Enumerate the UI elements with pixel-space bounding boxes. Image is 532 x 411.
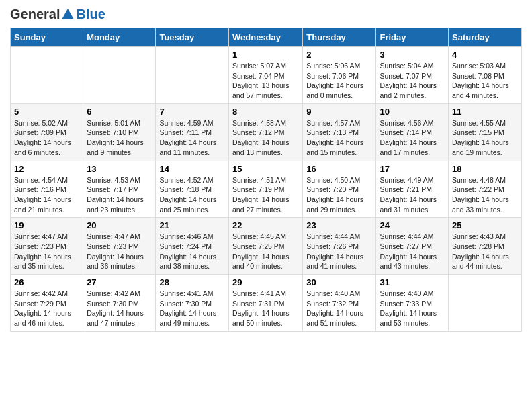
- logo-icon: [60, 7, 75, 22]
- day-info: Sunrise: 4:55 AM Sunset: 7:15 PM Dayligh…: [452, 118, 518, 158]
- day-info: Sunrise: 4:46 AM Sunset: 7:24 PM Dayligh…: [159, 232, 225, 271]
- calendar-cell: 4Sunrise: 5:03 AM Sunset: 7:08 PM Daylig…: [449, 47, 522, 104]
- calendar-cell: 16Sunrise: 4:50 AM Sunset: 7:20 PM Dayli…: [303, 161, 376, 218]
- logo-general: General: [10, 7, 60, 22]
- logo: General Blue: [10, 7, 105, 22]
- day-info: Sunrise: 5:01 AM Sunset: 7:10 PM Dayligh…: [87, 118, 152, 158]
- calendar-cell: 14Sunrise: 4:52 AM Sunset: 7:18 PM Dayli…: [156, 161, 229, 218]
- day-number: 12: [14, 164, 79, 174]
- day-number: 24: [380, 220, 445, 230]
- calendar-cell: 24Sunrise: 4:44 AM Sunset: 7:27 PM Dayli…: [376, 218, 449, 275]
- calendar-cell: 22Sunrise: 4:45 AM Sunset: 7:25 PM Dayli…: [228, 218, 302, 275]
- day-info: Sunrise: 5:03 AM Sunset: 7:08 PM Dayligh…: [452, 61, 518, 101]
- day-number: 4: [452, 50, 518, 60]
- day-info: Sunrise: 4:54 AM Sunset: 7:16 PM Dayligh…: [14, 175, 79, 215]
- day-info: Sunrise: 5:02 AM Sunset: 7:09 PM Dayligh…: [14, 118, 79, 158]
- calendar-cell: 31Sunrise: 4:40 AM Sunset: 7:33 PM Dayli…: [376, 275, 449, 332]
- day-number: 9: [306, 107, 372, 117]
- day-info: Sunrise: 4:41 AM Sunset: 7:31 PM Dayligh…: [232, 289, 299, 328]
- day-number: 27: [87, 277, 152, 287]
- calendar-cell: 12Sunrise: 4:54 AM Sunset: 7:16 PM Dayli…: [11, 161, 83, 218]
- calendar-cell: 20Sunrise: 4:47 AM Sunset: 7:23 PM Dayli…: [83, 218, 156, 275]
- logo-blue: Blue: [76, 7, 105, 21]
- calendar-cell: 9Sunrise: 4:57 AM Sunset: 7:13 PM Daylig…: [303, 103, 376, 161]
- day-info: Sunrise: 4:47 AM Sunset: 7:23 PM Dayligh…: [87, 232, 152, 271]
- calendar-cell: 8Sunrise: 4:58 AM Sunset: 7:12 PM Daylig…: [228, 103, 302, 161]
- calendar-cell: 29Sunrise: 4:41 AM Sunset: 7:31 PM Dayli…: [228, 275, 302, 332]
- calendar-cell: 25Sunrise: 4:43 AM Sunset: 7:28 PM Dayli…: [449, 218, 522, 275]
- week-row-3: 12Sunrise: 4:54 AM Sunset: 7:16 PM Dayli…: [11, 161, 522, 218]
- calendar-cell: [156, 47, 229, 104]
- day-header-row: SundayMondayTuesdayWednesdayThursdayFrid…: [11, 28, 522, 47]
- day-number: 8: [232, 107, 299, 117]
- day-of-week-tuesday: Tuesday: [156, 28, 229, 47]
- day-number: 22: [232, 220, 299, 230]
- calendar-cell: 10Sunrise: 4:56 AM Sunset: 7:14 PM Dayli…: [376, 103, 449, 161]
- calendar-cell: 13Sunrise: 4:53 AM Sunset: 7:17 PM Dayli…: [83, 161, 156, 218]
- calendar-cell: 28Sunrise: 4:41 AM Sunset: 7:30 PM Dayli…: [156, 275, 229, 332]
- day-info: Sunrise: 4:56 AM Sunset: 7:14 PM Dayligh…: [380, 118, 445, 158]
- day-number: 13: [87, 164, 152, 174]
- day-info: Sunrise: 4:58 AM Sunset: 7:12 PM Dayligh…: [232, 118, 299, 158]
- day-info: Sunrise: 4:51 AM Sunset: 7:19 PM Dayligh…: [232, 175, 299, 215]
- day-of-week-monday: Monday: [83, 28, 156, 47]
- day-of-week-friday: Friday: [376, 28, 449, 47]
- day-info: Sunrise: 5:04 AM Sunset: 7:07 PM Dayligh…: [380, 61, 445, 101]
- calendar-cell: [83, 47, 156, 104]
- day-number: 2: [306, 50, 372, 60]
- calendar-cell: 15Sunrise: 4:51 AM Sunset: 7:19 PM Dayli…: [228, 161, 302, 218]
- day-number: 11: [452, 107, 518, 117]
- day-number: 17: [380, 164, 445, 174]
- day-info: Sunrise: 4:45 AM Sunset: 7:25 PM Dayligh…: [232, 232, 299, 271]
- day-number: 30: [306, 277, 372, 287]
- svg-marker-0: [62, 9, 74, 19]
- day-number: 28: [159, 277, 225, 287]
- day-info: Sunrise: 4:49 AM Sunset: 7:21 PM Dayligh…: [380, 175, 445, 215]
- day-number: 15: [232, 164, 299, 174]
- day-of-week-wednesday: Wednesday: [228, 28, 302, 47]
- header: General Blue: [10, 7, 522, 22]
- calendar-cell: [11, 47, 83, 104]
- day-info: Sunrise: 4:53 AM Sunset: 7:17 PM Dayligh…: [87, 175, 152, 215]
- calendar-cell: 5Sunrise: 5:02 AM Sunset: 7:09 PM Daylig…: [11, 103, 83, 161]
- week-row-5: 26Sunrise: 4:42 AM Sunset: 7:29 PM Dayli…: [11, 275, 522, 332]
- day-of-week-thursday: Thursday: [303, 28, 376, 47]
- calendar-cell: 26Sunrise: 4:42 AM Sunset: 7:29 PM Dayli…: [11, 275, 83, 332]
- calendar-cell: 7Sunrise: 4:59 AM Sunset: 7:11 PM Daylig…: [156, 103, 229, 161]
- week-row-2: 5Sunrise: 5:02 AM Sunset: 7:09 PM Daylig…: [11, 103, 522, 161]
- day-number: 10: [380, 107, 445, 117]
- day-number: 25: [452, 220, 518, 230]
- calendar-cell: 27Sunrise: 4:42 AM Sunset: 7:30 PM Dayli…: [83, 275, 156, 332]
- day-of-week-saturday: Saturday: [449, 28, 522, 47]
- calendar-cell: 18Sunrise: 4:48 AM Sunset: 7:22 PM Dayli…: [449, 161, 522, 218]
- day-info: Sunrise: 5:07 AM Sunset: 7:04 PM Dayligh…: [232, 61, 299, 101]
- day-info: Sunrise: 4:42 AM Sunset: 7:29 PM Dayligh…: [14, 289, 79, 328]
- calendar-cell: 21Sunrise: 4:46 AM Sunset: 7:24 PM Dayli…: [156, 218, 229, 275]
- day-number: 29: [232, 277, 299, 287]
- day-number: 26: [14, 277, 79, 287]
- day-number: 7: [159, 107, 225, 117]
- day-info: Sunrise: 4:43 AM Sunset: 7:28 PM Dayligh…: [452, 232, 518, 271]
- day-info: Sunrise: 4:42 AM Sunset: 7:30 PM Dayligh…: [87, 289, 152, 328]
- calendar-cell: [449, 275, 522, 332]
- day-info: Sunrise: 4:41 AM Sunset: 7:30 PM Dayligh…: [159, 289, 225, 328]
- calendar-cell: 1Sunrise: 5:07 AM Sunset: 7:04 PM Daylig…: [228, 47, 302, 104]
- day-number: 3: [380, 50, 445, 60]
- day-of-week-sunday: Sunday: [11, 28, 83, 47]
- week-row-1: 1Sunrise: 5:07 AM Sunset: 7:04 PM Daylig…: [11, 47, 522, 104]
- day-info: Sunrise: 4:44 AM Sunset: 7:26 PM Dayligh…: [306, 232, 372, 271]
- calendar-cell: 2Sunrise: 5:06 AM Sunset: 7:06 PM Daylig…: [303, 47, 376, 104]
- page-container: General Blue SundayMondayTuesdayWednesda…: [0, 0, 532, 338]
- calendar-cell: 17Sunrise: 4:49 AM Sunset: 7:21 PM Dayli…: [376, 161, 449, 218]
- day-info: Sunrise: 4:57 AM Sunset: 7:13 PM Dayligh…: [306, 118, 372, 158]
- day-info: Sunrise: 4:52 AM Sunset: 7:18 PM Dayligh…: [159, 175, 225, 215]
- calendar-cell: 3Sunrise: 5:04 AM Sunset: 7:07 PM Daylig…: [376, 47, 449, 104]
- day-number: 18: [452, 164, 518, 174]
- calendar-cell: 6Sunrise: 5:01 AM Sunset: 7:10 PM Daylig…: [83, 103, 156, 161]
- day-number: 19: [14, 220, 79, 230]
- day-number: 5: [14, 107, 79, 117]
- calendar-cell: 30Sunrise: 4:40 AM Sunset: 7:32 PM Dayli…: [303, 275, 376, 332]
- day-info: Sunrise: 4:50 AM Sunset: 7:20 PM Dayligh…: [306, 175, 372, 215]
- day-info: Sunrise: 4:40 AM Sunset: 7:32 PM Dayligh…: [306, 289, 372, 328]
- day-number: 14: [159, 164, 225, 174]
